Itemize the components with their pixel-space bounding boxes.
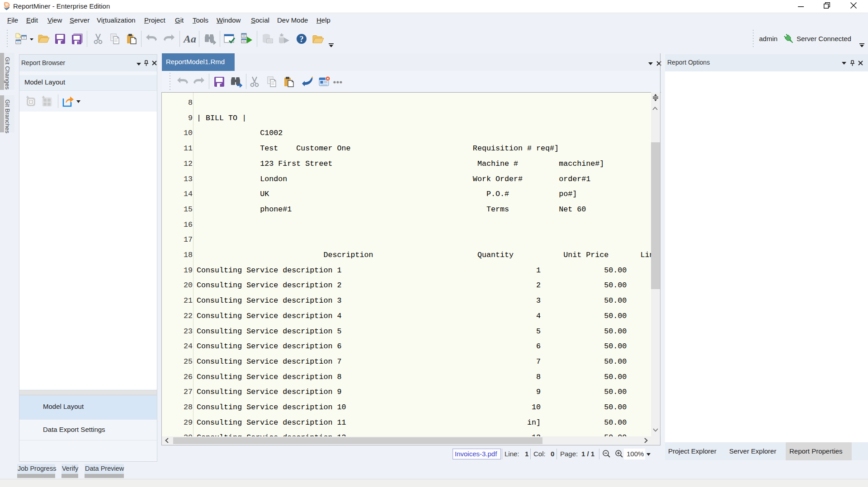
svg-text:?: ?: [300, 35, 304, 44]
svg-text:Aa: Aa: [183, 33, 196, 45]
